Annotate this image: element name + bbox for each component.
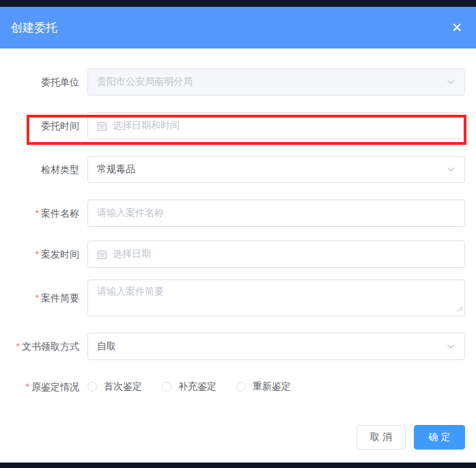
entrust-time-placeholder: 选择日期和时间 bbox=[113, 120, 180, 132]
incident-time-placeholder: 选择日期 bbox=[113, 248, 151, 260]
radio-supplementary-appraisal[interactable]: 补充鉴定 bbox=[162, 381, 216, 393]
dialog-body: 委托单位 贵阳市公安局南明分局 委托时间 选择日期和时间 检材类型 常规毒品 bbox=[0, 49, 476, 425]
radio-first-appraisal[interactable]: 首次鉴定 bbox=[87, 381, 142, 393]
entrust-unit-value: 贵阳市公安局南明分局 bbox=[97, 76, 193, 88]
radio-label: 重新鉴定 bbox=[253, 381, 291, 393]
case-name-placeholder: 请输入案件名称 bbox=[97, 207, 164, 219]
resize-handle-icon[interactable] bbox=[457, 303, 463, 314]
doc-pickup-value: 自取 bbox=[97, 340, 116, 353]
form-row-case-summary: *案件简要 请输入案件简要 bbox=[0, 279, 465, 316]
confirm-button[interactable]: 确 定 bbox=[414, 425, 465, 450]
cancel-button[interactable]: 取 消 bbox=[356, 425, 406, 450]
doc-pickup-select[interactable]: 自取 bbox=[87, 333, 465, 360]
dialog-title: 创建委托 bbox=[11, 20, 57, 36]
sample-type-select[interactable]: 常规毒品 bbox=[87, 156, 465, 183]
form-row-incident-time: *案发时间 选择日期 bbox=[0, 240, 465, 268]
chevron-down-icon bbox=[446, 77, 456, 87]
dialog-footer: 取 消 确 定 bbox=[0, 425, 476, 463]
radio-label: 首次鉴定 bbox=[104, 381, 142, 393]
close-icon[interactable]: ✕ bbox=[451, 21, 462, 34]
dialog-header: 创建委托 ✕ bbox=[0, 7, 476, 49]
field-label-case-name: *案件名称 bbox=[0, 207, 87, 219]
chevron-down-icon bbox=[446, 342, 456, 351]
calendar-icon bbox=[97, 249, 107, 260]
field-label-doc-pickup: *文书领取方式 bbox=[0, 340, 87, 353]
radio-re-appraisal[interactable]: 重新鉴定 bbox=[236, 381, 291, 393]
chevron-down-icon bbox=[446, 165, 456, 174]
field-label-sample-type: 检材类型 bbox=[0, 163, 87, 176]
form-row-entrust-unit: 委托单位 贵阳市公安局南明分局 bbox=[0, 68, 465, 96]
field-label-case-summary: *案件简要 bbox=[0, 292, 87, 304]
incident-time-date-picker[interactable]: 选择日期 bbox=[87, 240, 465, 268]
form-row-prior-appraisal: *原鉴定情况 首次鉴定 补充鉴定 重新鉴定 bbox=[0, 381, 465, 393]
sample-type-value: 常规毒品 bbox=[97, 163, 135, 176]
field-label-entrust-time: 委托时间 bbox=[0, 120, 87, 132]
calendar-icon bbox=[97, 121, 107, 131]
case-name-input[interactable]: 请输入案件名称 bbox=[87, 199, 465, 227]
form-row-case-name: *案件名称 请输入案件名称 bbox=[0, 199, 465, 227]
field-label-incident-time: *案发时间 bbox=[0, 248, 87, 260]
form-row-sample-type: 检材类型 常规毒品 bbox=[0, 156, 465, 183]
field-label-entrust-unit: 委托单位 bbox=[0, 76, 87, 88]
case-summary-placeholder: 请输入案件简要 bbox=[97, 286, 164, 298]
entrust-time-datetime-picker[interactable]: 选择日期和时间 bbox=[87, 112, 465, 139]
field-label-prior-appraisal: *原鉴定情况 bbox=[0, 381, 87, 393]
form-row-entrust-time: 委托时间 选择日期和时间 bbox=[0, 112, 465, 139]
create-entrust-dialog: 创建委托 ✕ 委托单位 贵阳市公安局南明分局 委托时间 选择日期和时间 bbox=[0, 7, 476, 463]
radio-label: 补充鉴定 bbox=[178, 381, 216, 393]
prior-appraisal-radio-group: 首次鉴定 补充鉴定 重新鉴定 bbox=[87, 381, 311, 393]
radio-circle-icon bbox=[87, 382, 97, 391]
form-row-doc-pickup: *文书领取方式 自取 bbox=[0, 333, 465, 360]
case-summary-textarea[interactable]: 请输入案件简要 bbox=[87, 279, 465, 316]
radio-circle-icon bbox=[236, 382, 246, 391]
entrust-unit-select[interactable]: 贵阳市公安局南明分局 bbox=[87, 68, 465, 96]
radio-circle-icon bbox=[162, 382, 171, 391]
